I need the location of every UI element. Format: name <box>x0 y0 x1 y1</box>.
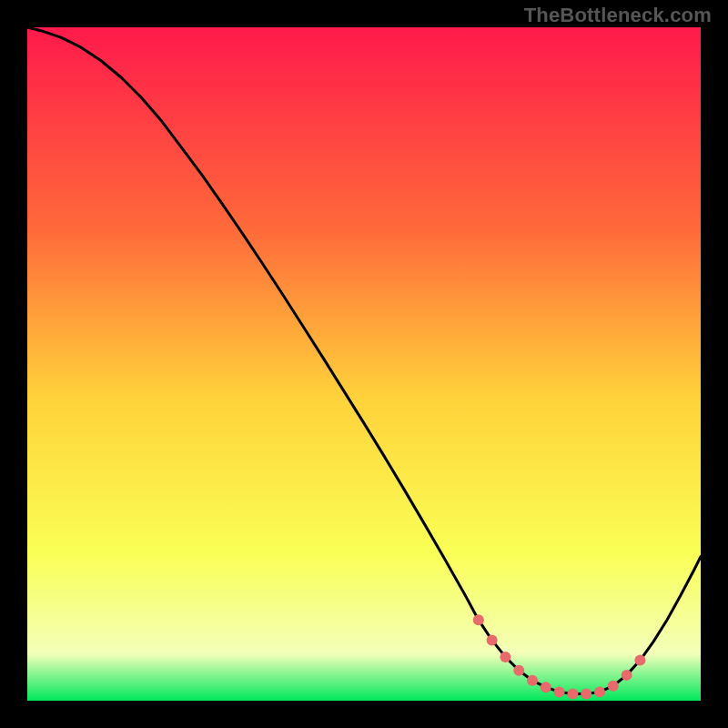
highlight-dot <box>608 681 619 692</box>
highlight-dot <box>487 634 498 645</box>
highlight-dot <box>473 614 484 625</box>
chart-svg <box>27 27 701 701</box>
highlight-dot <box>581 689 592 700</box>
highlight-dot <box>554 686 565 697</box>
highlight-dot <box>500 652 511 662</box>
highlight-dot <box>527 675 538 686</box>
highlight-dot <box>567 689 578 700</box>
chart-frame: TheBottleneck.com <box>0 0 728 728</box>
highlight-dot <box>622 670 632 681</box>
watermark-text: TheBottleneck.com <box>524 4 712 27</box>
gradient-background <box>27 27 701 701</box>
highlight-dot <box>513 665 524 676</box>
highlight-dot <box>541 682 551 693</box>
highlight-dot <box>634 655 645 666</box>
plot-area <box>27 27 701 701</box>
highlight-dot <box>594 686 605 697</box>
